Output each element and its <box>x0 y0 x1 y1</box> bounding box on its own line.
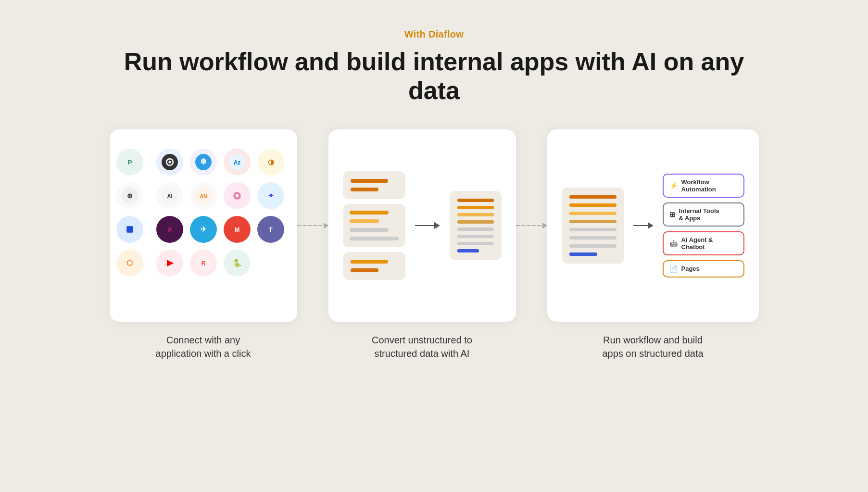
dash <box>308 225 312 226</box>
wf-bar-7 <box>569 244 616 248</box>
workflow-card: ⚡ WorkflowAutomation ⊞ Internal Tools& A… <box>547 129 759 322</box>
doc-block-1 <box>343 171 405 199</box>
app-icon-telegram: ✈ <box>190 216 217 243</box>
app-icon-partial-1: P <box>116 149 143 176</box>
app-grid-card: P ❄ Az ◑ ⊕ AI <box>110 129 297 322</box>
card-connect: P ❄ Az ◑ ⊕ AI <box>110 129 297 360</box>
internal-icon: ⊞ <box>669 211 675 218</box>
svg-text:M: M <box>234 226 239 233</box>
struct-row-2 <box>457 206 494 209</box>
bar-8 <box>351 268 379 272</box>
bar-7 <box>351 260 388 264</box>
wf-bar-2 <box>569 203 616 207</box>
caption-connect: Connect with anyapplication with a click <box>156 333 251 360</box>
svg-text:#: # <box>167 225 172 233</box>
svg-point-4 <box>168 161 171 163</box>
workflow-output-tags: ⚡ WorkflowAutomation ⊞ Internal Tools& A… <box>663 174 744 278</box>
dash <box>532 225 536 226</box>
wf-bar-1 <box>569 195 616 199</box>
data-visualization <box>343 144 502 307</box>
wf-bar-8 <box>569 252 598 256</box>
wf-bar-3 <box>569 212 616 215</box>
dash <box>537 225 541 226</box>
app-icon-slack: # <box>156 216 183 243</box>
tag-workflow-label: WorkflowAutomation <box>681 178 716 193</box>
wf-bar-4 <box>569 220 616 223</box>
dash <box>527 225 530 226</box>
card-convert: Convert unstructured tostructured data w… <box>328 129 516 360</box>
connector-1 <box>297 129 328 322</box>
app-icon-partial-2: ◑ <box>257 149 284 176</box>
struct-row-3 <box>457 213 494 216</box>
bar-6 <box>350 237 399 240</box>
svg-text:◑: ◑ <box>267 158 274 166</box>
app-icon-connector: ⬡ <box>116 250 143 277</box>
tag-internal-tools: ⊞ Internal Tools& Apps <box>663 202 744 227</box>
app-icon-retool: R <box>190 250 217 277</box>
app-icon-azure: Az <box>224 149 251 176</box>
struct-row-7 <box>457 242 494 245</box>
bar-3 <box>350 211 389 214</box>
solid-line-workflow <box>633 225 648 226</box>
dashed-arrow-2 <box>516 223 547 228</box>
dash <box>297 225 301 226</box>
bar-4 <box>350 219 379 223</box>
dashed-arrow-1 <box>297 223 328 228</box>
app-icon-snowflake: ❄ <box>190 149 217 176</box>
bar-1 <box>351 179 388 183</box>
svg-rect-23 <box>126 226 133 233</box>
solid-arrowhead-workflow <box>648 222 654 229</box>
card-workflow: ⚡ WorkflowAutomation ⊞ Internal Tools& A… <box>547 129 759 360</box>
svg-text:⊕: ⊕ <box>127 192 133 200</box>
tag-ai-label: AI Agent &Chatbot <box>681 236 713 251</box>
app-icon-teams: T <box>257 216 284 243</box>
svg-text:P: P <box>127 159 132 166</box>
solid-arrow-middle <box>415 222 440 229</box>
app-icon-openai: AI <box>156 182 183 209</box>
doc-block-3 <box>343 252 405 280</box>
wf-bar-6 <box>569 236 616 240</box>
workflow-visualization: ⚡ WorkflowAutomation ⊞ Internal Tools& A… <box>562 144 744 307</box>
dash <box>313 225 317 226</box>
svg-text:AI: AI <box>167 193 172 199</box>
dash <box>302 225 306 226</box>
connector-2 <box>516 129 547 322</box>
wf-bar-5 <box>569 228 616 231</box>
svg-text:✈: ✈ <box>200 225 206 233</box>
app-icon-chatgpt: ⊕ <box>116 182 143 209</box>
struct-row-8 <box>457 249 479 252</box>
svg-text:❄: ❄ <box>200 157 207 166</box>
data-conversion-card <box>328 129 516 322</box>
bar-5 <box>350 228 389 232</box>
app-icon-notion <box>116 216 143 243</box>
caption-workflow: Run workflow and buildapps on structured… <box>602 333 703 360</box>
tag-ai-agent: 🤖 AI Agent &Chatbot <box>663 231 744 255</box>
app-icon-python: 🐍 <box>224 250 251 277</box>
svg-text:AN: AN <box>200 194 207 199</box>
main-title: Run workflow and build internal apps wit… <box>98 48 771 105</box>
app-icon-gemini: ✦ <box>257 182 284 209</box>
struct-row-6 <box>457 235 494 238</box>
svg-text:R: R <box>201 260 205 267</box>
struct-row-4 <box>457 220 494 224</box>
tag-internal-label: Internal Tools& Apps <box>679 207 719 222</box>
subtitle: With Diaflow <box>98 29 771 40</box>
svg-text:Az: Az <box>233 159 240 166</box>
svg-text:▶: ▶ <box>166 258 174 267</box>
doc-block-2 <box>343 204 405 247</box>
app-icon-gmail: M <box>224 216 251 243</box>
bar-2 <box>351 188 379 191</box>
app-icon-circleci <box>156 149 183 176</box>
solid-line <box>415 225 434 226</box>
struct-row-5 <box>457 227 494 231</box>
svg-text:🐍: 🐍 <box>232 258 242 267</box>
solid-arrow-workflow <box>633 222 654 229</box>
app-icon-speak <box>224 182 251 209</box>
solid-arrowhead <box>434 222 440 229</box>
dash <box>318 225 322 226</box>
workflow-source-doc <box>562 188 624 264</box>
dash <box>516 225 520 226</box>
arrow-head-dashed <box>324 223 328 228</box>
unstructured-docs <box>343 171 405 280</box>
workflow-icon: ⚡ <box>669 182 678 189</box>
